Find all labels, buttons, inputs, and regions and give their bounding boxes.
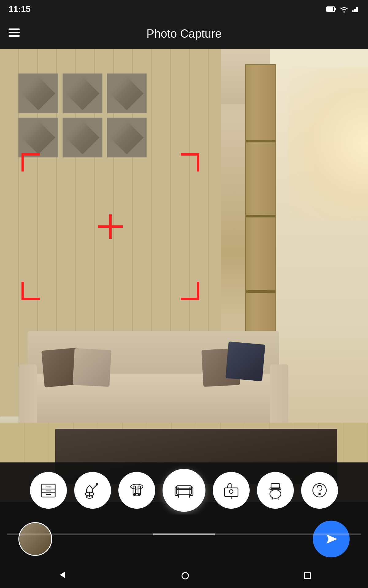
crosshair-vertical [109, 214, 112, 239]
room-background [0, 49, 368, 502]
svg-marker-41 [327, 534, 337, 544]
battery-icon [326, 6, 336, 12]
svg-line-38 [278, 498, 279, 499]
wall-tile [63, 118, 102, 157]
scroll-thumb [153, 533, 215, 535]
svg-line-18 [93, 485, 97, 489]
home-circle-icon [182, 572, 189, 579]
svg-marker-42 [60, 572, 65, 578]
pillow-2 [73, 348, 111, 387]
category-toilet-button[interactable] [257, 472, 294, 509]
category-icons-row [24, 469, 344, 512]
wall-tiles [18, 74, 147, 157]
category-sink-button[interactable] [213, 472, 250, 509]
svg-rect-8 [9, 35, 20, 37]
category-lamp-button[interactable] [74, 472, 111, 509]
recent-square-icon [304, 572, 311, 579]
signal-icon [352, 6, 359, 12]
target-overlay [21, 153, 199, 300]
camera-view [0, 49, 368, 502]
wall-tile [107, 118, 147, 157]
nav-bar [0, 564, 368, 588]
corner-tr [181, 153, 199, 172]
category-seating-button[interactable] [163, 469, 205, 512]
page-title: Photo Capture [146, 27, 221, 40]
scroll-indicator [7, 533, 361, 535]
wall-tile [63, 74, 102, 113]
status-icons [326, 6, 359, 13]
photo-thumbnail[interactable] [18, 522, 52, 556]
svg-point-32 [229, 490, 233, 493]
category-storage-button[interactable] [30, 472, 67, 509]
svg-rect-3 [352, 10, 354, 12]
send-button[interactable] [313, 521, 350, 557]
action-bar [0, 514, 368, 564]
svg-rect-4 [354, 9, 356, 12]
svg-rect-1 [327, 7, 333, 11]
svg-point-36 [270, 490, 281, 498]
pillow-4 [225, 341, 265, 381]
svg-line-37 [272, 498, 273, 499]
svg-point-40 [319, 493, 320, 495]
svg-point-20 [131, 484, 143, 489]
recent-button[interactable] [304, 572, 311, 579]
svg-rect-2 [335, 8, 336, 10]
category-table-button[interactable] [118, 472, 155, 509]
corner-br [181, 282, 199, 300]
corner-tl [21, 153, 40, 172]
svg-rect-7 [9, 32, 20, 33]
wall-tile [18, 118, 58, 157]
svg-rect-30 [224, 488, 238, 496]
wall-tile [107, 74, 147, 113]
wall-tile [18, 74, 58, 113]
back-button[interactable] [57, 570, 67, 582]
svg-point-19 [96, 483, 98, 485]
home-button[interactable] [182, 572, 189, 579]
svg-rect-5 [356, 7, 358, 12]
menu-button[interactable] [9, 28, 20, 39]
status-time: 11:15 [9, 4, 31, 14]
window-light [288, 67, 368, 221]
wifi-icon [340, 6, 348, 13]
thumbnail-image [19, 523, 51, 555]
svg-rect-6 [9, 28, 20, 30]
status-bar: 11:15 [0, 0, 368, 18]
top-bar: Photo Capture [0, 18, 368, 49]
category-other-button[interactable] [301, 472, 338, 509]
corner-bl [21, 282, 40, 300]
